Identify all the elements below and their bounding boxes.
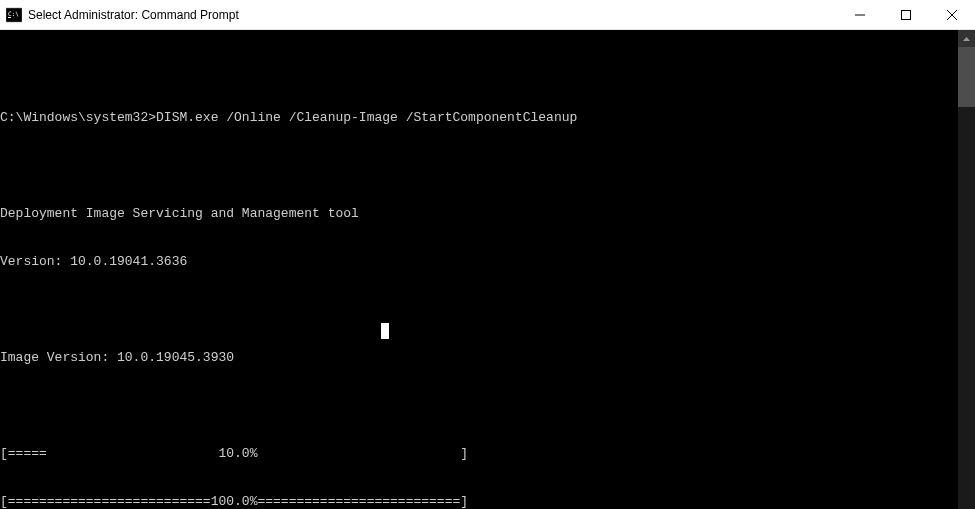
close-button[interactable] [929,0,975,29]
prompt-path: C:\Windows\system32> [0,110,156,126]
command-text: DISM.exe /Online /Cleanup-Image /StartCo… [156,110,577,126]
window-controls [837,0,975,29]
minimize-button[interactable] [837,0,883,29]
selection-caret [381,323,389,339]
maximize-button[interactable] [883,0,929,29]
output-line: Image Version: 10.0.19045.3930 [0,350,958,366]
window-title: Select Administrator: Command Prompt [28,8,837,22]
terminal-area[interactable]: C:\Windows\system32>DISM.exe /Online /Cl… [0,30,975,509]
progress-line: [===== 10.0% ] [0,446,958,462]
svg-marker-7 [963,37,970,41]
svg-rect-4 [902,10,911,19]
svg-rect-2 [8,17,11,18]
progress-line: [==========================100.0%=======… [0,494,958,509]
window-titlebar: C:\ Select Administrator: Command Prompt [0,0,975,30]
svg-text:C:\: C:\ [8,10,19,17]
scrollbar-thumb[interactable] [958,47,975,107]
scroll-up-button[interactable] [958,30,975,47]
output-line: Deployment Image Servicing and Managemen… [0,206,958,222]
cmd-icon: C:\ [6,7,22,23]
terminal-content[interactable]: C:\Windows\system32>DISM.exe /Online /Cl… [0,30,958,509]
vertical-scrollbar[interactable] [958,30,975,509]
output-line: Version: 10.0.19041.3636 [0,254,958,270]
